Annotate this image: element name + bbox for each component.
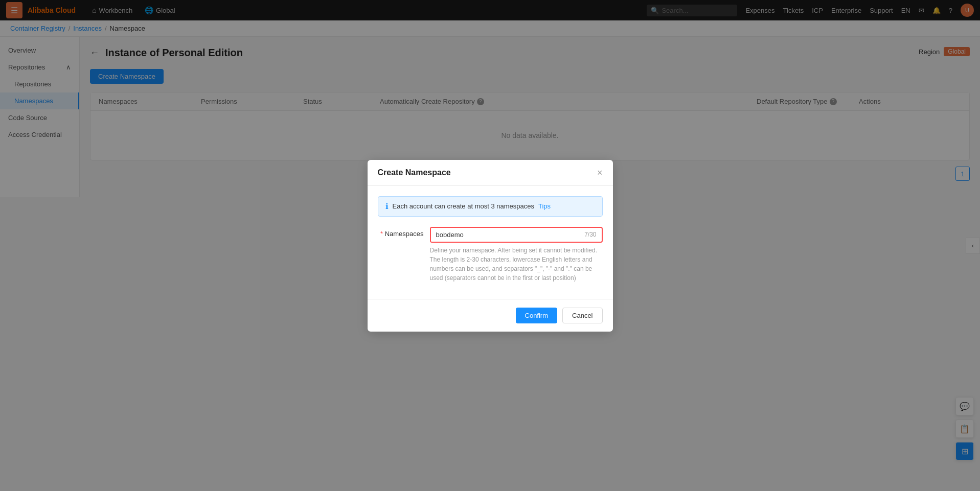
modal-body: ℹ Each account can create at most 3 name…: [368, 186, 613, 198]
modal-header: Create Namespace ×: [368, 160, 613, 186]
info-banner: ℹ Each account can create at most 3 name…: [378, 196, 603, 198]
modal-close-button[interactable]: ×: [597, 168, 603, 177]
modal-overlay: Create Namespace × ℹ Each account can cr…: [0, 0, 980, 197]
modal-title: Create Namespace: [378, 168, 451, 177]
create-namespace-modal: Create Namespace × ℹ Each account can cr…: [368, 160, 613, 198]
